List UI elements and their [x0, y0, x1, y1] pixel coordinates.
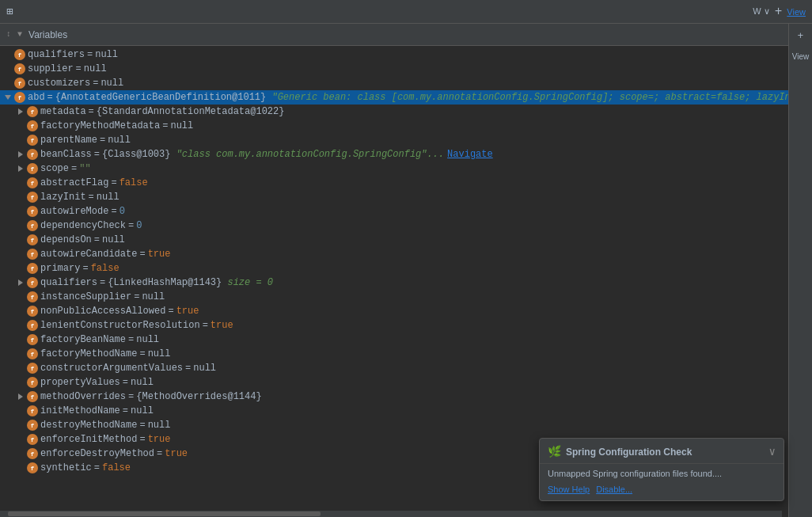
field-type-icon: f: [27, 149, 38, 160]
var-comment: "class com.my.annotationConfig.SpringCon…: [170, 149, 444, 160]
var-equals: =: [94, 462, 100, 473]
field-type-icon: f: [27, 135, 38, 146]
table-row[interactable]: fmetadata={StandardAnnotationMetadata@10…: [0, 105, 788, 119]
var-name: qualifiers: [28, 49, 85, 60]
var-name: propertyValues: [40, 377, 120, 388]
no-expand: [16, 120, 27, 131]
notification-header: 🌿 Spring Configuration Check ∨: [540, 439, 784, 464]
table-row[interactable]: flenientConstructorResolution=true: [0, 318, 788, 333]
table-row[interactable]: fautowireCandidate=true: [0, 247, 788, 261]
table-row[interactable]: fbeanClass={Class@1003} "class com.my.an…: [0, 147, 788, 162]
notification-title: Spring Configuration Check: [566, 447, 692, 458]
table-row[interactable]: fnonPublicAccessAllowed=true: [0, 304, 788, 318]
table-row[interactable]: fscope="": [0, 162, 788, 176]
table-row[interactable]: flazyInit=null: [0, 190, 788, 204]
expand-icon[interactable]: [16, 391, 27, 402]
var-equals: =: [94, 234, 100, 245]
var-name: nonPublicAccessAllowed: [40, 306, 165, 317]
var-value: "": [79, 163, 90, 174]
filter-icon[interactable]: ▼: [17, 30, 22, 39]
var-name: constructorArgumentValues: [40, 363, 183, 374]
var-name: enforceDestroyMethod: [40, 448, 154, 459]
no-expand: [16, 192, 27, 203]
var-name: enforceInitMethod: [40, 434, 137, 445]
var-equals: =: [128, 220, 134, 231]
view-button[interactable]: View: [787, 7, 806, 17]
var-equals: =: [76, 63, 82, 74]
var-value: {StandardAnnotationMetadata@1022}: [97, 106, 285, 117]
w-label[interactable]: W ∨: [753, 6, 769, 17]
expand-icon[interactable]: [16, 149, 27, 160]
table-row[interactable]: fdestroyMethodName=null: [0, 418, 788, 432]
var-value: false: [120, 177, 148, 188]
table-row[interactable]: finstanceSupplier=null: [0, 290, 788, 304]
var-name: supplier: [28, 63, 74, 74]
expand-icon[interactable]: [16, 163, 27, 174]
var-name: factoryMethodName: [40, 348, 137, 359]
var-value: null: [131, 405, 154, 416]
field-type-icon: f: [27, 405, 38, 416]
var-comment: size = 0: [222, 277, 273, 288]
var-link[interactable]: Navigate: [447, 149, 493, 160]
table-row[interactable]: fsupplier=null: [0, 62, 788, 76]
var-equals: =: [93, 78, 98, 89]
field-type-icon: f: [27, 234, 38, 245]
var-equals: =: [128, 334, 134, 345]
table-row[interactable]: finitMethodName=null: [0, 404, 788, 418]
table-row[interactable]: fpropertyValues=null: [0, 375, 788, 390]
show-help-link[interactable]: Show Help: [548, 485, 590, 494]
notification-close-icon[interactable]: ∨: [769, 445, 776, 458]
table-row[interactable]: fprimary=false: [0, 261, 788, 276]
table-row[interactable]: fqualifiers={LinkedHashMap@1143} size = …: [0, 276, 788, 290]
var-value: 0: [136, 220, 142, 231]
var-value: null: [95, 49, 118, 60]
var-equals: =: [71, 163, 77, 174]
expand-icon[interactable]: [3, 92, 14, 103]
table-row[interactable]: ffactoryMethodMetadata=null: [0, 119, 788, 133]
table-row[interactable]: fqualifiers=null: [0, 48, 788, 62]
var-equals: =: [100, 277, 105, 288]
field-type-icon: f: [14, 49, 25, 60]
var-value: null: [193, 363, 216, 374]
field-type-icon: f: [27, 348, 38, 359]
top-bar-right: W ∨ + View: [753, 5, 806, 19]
var-equals: =: [185, 363, 191, 374]
no-expand: [16, 220, 27, 231]
variables-header: ↕ ▼ Variables: [0, 24, 788, 46]
table-row[interactable]: fabd={AnnotatedGenericBeanDefinition@101…: [0, 90, 788, 105]
var-name: synthetic: [40, 462, 92, 473]
table-row[interactable]: fcustomizers=null: [0, 76, 788, 90]
plus-button[interactable]: +: [775, 5, 783, 19]
add-watch-button[interactable]: +: [792, 27, 810, 44]
table-row[interactable]: fdependencyCheck=0: [0, 219, 788, 233]
field-type-icon: f: [27, 263, 38, 274]
table-row[interactable]: ffactoryMethodName=null: [0, 347, 788, 361]
field-type-icon: f: [27, 448, 38, 459]
view-button-sidebar[interactable]: View: [792, 48, 810, 65]
var-equals: =: [157, 448, 162, 459]
notification-icon: 🌿: [548, 445, 561, 458]
no-expand: [3, 78, 14, 89]
var-name: metadata: [40, 106, 86, 117]
expand-icon[interactable]: [16, 106, 27, 117]
no-expand: [16, 206, 27, 217]
notification-title-row: 🌿 Spring Configuration Check: [548, 445, 692, 458]
expand-icon[interactable]: [16, 277, 27, 288]
table-row[interactable]: fautowireMode=0: [0, 204, 788, 219]
table-row[interactable]: fmethodOverrides={MethodOverrides@1144}: [0, 390, 788, 404]
table-row[interactable]: fconstructorArgumentValues=null: [0, 361, 788, 375]
disable-link[interactable]: Disable...: [596, 485, 632, 494]
horizontal-scrollbar[interactable]: [0, 511, 782, 517]
notification-body: Unmapped Spring configuration files foun…: [540, 464, 784, 500]
table-row[interactable]: fabstractFlag=false: [0, 176, 788, 190]
table-row[interactable]: ffactoryBeanName=null: [0, 333, 788, 347]
scrollbar-thumb[interactable]: [8, 511, 321, 516]
sort-icon[interactable]: ↕: [6, 30, 11, 39]
var-equals: =: [123, 405, 128, 416]
var-value: null: [102, 234, 125, 245]
var-value: true: [148, 434, 171, 445]
var-value: 0: [120, 206, 125, 217]
var-value: null: [101, 78, 123, 89]
table-row[interactable]: fparentName=null: [0, 133, 788, 147]
table-row[interactable]: fdependsOn=null: [0, 233, 788, 247]
